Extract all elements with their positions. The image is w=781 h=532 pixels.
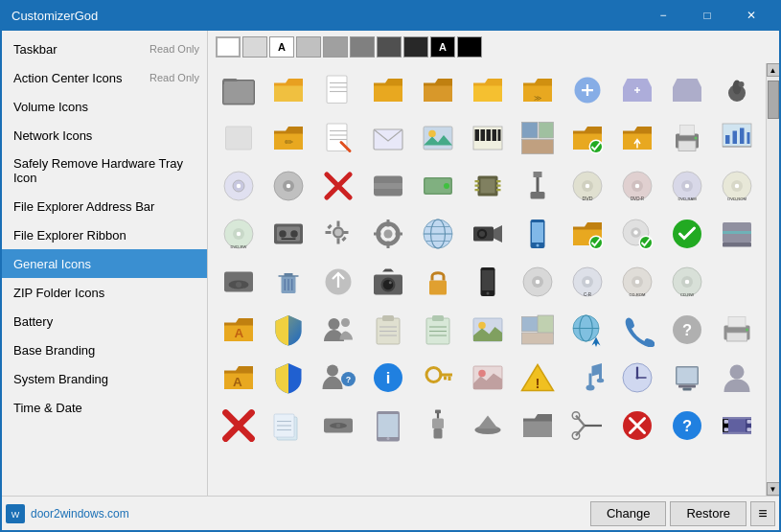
icon-cell[interactable]: C-R (564, 259, 610, 305)
icon-cell[interactable] (365, 307, 411, 353)
icon-cell[interactable] (465, 355, 511, 401)
icon-cell[interactable] (315, 403, 361, 449)
icon-cell[interactable]: DVD (564, 163, 610, 209)
icon-cell[interactable]: A (216, 307, 262, 353)
swatch-gray2[interactable] (323, 36, 348, 58)
restore-button[interactable]: Restore (670, 501, 747, 526)
icon-cell[interactable]: A (216, 355, 262, 401)
icon-cell[interactable]: DVD-ROM (714, 163, 760, 209)
icon-cell[interactable] (365, 259, 411, 305)
icon-cell[interactable] (265, 403, 311, 449)
sidebar-item-network[interactable]: Network Icons (2, 121, 207, 150)
icon-cell[interactable] (415, 67, 461, 113)
icon-cell[interactable] (216, 67, 262, 113)
icon-cell[interactable] (664, 67, 710, 113)
swatch-black[interactable] (457, 36, 482, 58)
icon-cell[interactable] (714, 211, 760, 257)
icon-cell[interactable] (415, 307, 461, 353)
icon-cell[interactable] (315, 163, 361, 209)
icon-cell[interactable] (265, 67, 311, 113)
icon-cell[interactable] (515, 163, 561, 209)
swatch-white-a[interactable]: A (269, 36, 294, 58)
sidebar-item-battery[interactable]: Battery (2, 307, 207, 335)
icon-cell[interactable] (365, 115, 411, 161)
sidebar-item-volume[interactable]: Volume Icons (2, 92, 207, 121)
swatch-gray3[interactable] (350, 36, 375, 58)
icon-cell[interactable] (515, 211, 561, 257)
sidebar-item-system-branding[interactable]: System Branding (2, 364, 207, 393)
icon-cell[interactable] (265, 307, 311, 353)
icon-cell[interactable] (515, 307, 561, 353)
scrollbar[interactable]: ▲ ▼ (766, 63, 779, 496)
icon-cell[interactable]: i (365, 355, 411, 401)
icon-cell[interactable] (714, 403, 760, 449)
icon-cell[interactable]: ≫ (515, 67, 561, 113)
icon-cell[interactable] (465, 115, 511, 161)
icon-cell[interactable] (564, 67, 610, 113)
scroll-thumb[interactable] (768, 81, 779, 119)
icon-cell[interactable] (415, 403, 461, 449)
icon-cell[interactable] (664, 115, 710, 161)
icon-cell[interactable] (614, 211, 660, 257)
icon-cell[interactable] (465, 403, 511, 449)
sidebar-item-zip-folder[interactable]: ZIP Folder Icons (2, 278, 207, 307)
icon-cell[interactable]: ! (515, 355, 561, 401)
icon-cell[interactable] (365, 211, 411, 257)
icon-cell[interactable] (265, 211, 311, 257)
sidebar-item-file-explorer-ribbon[interactable]: File Explorer Ribbon (2, 220, 207, 249)
icon-cell[interactable] (564, 115, 610, 161)
minimize-button[interactable]: − (641, 0, 685, 31)
icon-cell[interactable] (216, 115, 262, 161)
icon-cell[interactable] (714, 67, 760, 113)
icon-cell[interactable] (315, 307, 361, 353)
icon-cell[interactable] (465, 67, 511, 113)
icon-cell[interactable]: DVD-RW (216, 211, 262, 257)
icon-cell[interactable] (265, 163, 311, 209)
swatch-gray4[interactable] (377, 36, 402, 58)
sidebar-item-file-explorer-addr[interactable]: File Explorer Address Bar (2, 192, 207, 220)
icon-cell[interactable]: DVD-R (614, 163, 660, 209)
icon-cell[interactable] (714, 307, 760, 353)
icon-cell[interactable] (415, 355, 461, 401)
icon-cell[interactable] (515, 259, 561, 305)
icon-cell[interactable] (614, 355, 660, 401)
icon-cell[interactable]: ? (664, 307, 710, 353)
icon-cell[interactable] (315, 259, 361, 305)
icon-cell[interactable] (465, 307, 511, 353)
icon-cell[interactable]: ✏ (265, 115, 311, 161)
sidebar-item-general-icons[interactable]: General Icons (2, 249, 207, 278)
icon-cell[interactable] (216, 403, 262, 449)
icon-cell[interactable] (564, 307, 610, 353)
swatch-black-a[interactable]: A (430, 36, 455, 58)
icon-cell[interactable] (714, 355, 760, 401)
icon-cell[interactable] (365, 403, 411, 449)
icon-cell[interactable] (465, 211, 511, 257)
icon-cell[interactable] (614, 115, 660, 161)
icon-cell[interactable] (564, 355, 610, 401)
sidebar-item-action-center[interactable]: Action Center Icons Read Only (2, 63, 207, 92)
icon-cell[interactable]: CD-RW (664, 259, 710, 305)
sidebar-item-time-date[interactable]: Time & Date (2, 393, 207, 422)
swatch-white[interactable] (216, 36, 241, 58)
icon-cell[interactable] (614, 67, 660, 113)
icon-cell[interactable] (714, 115, 760, 161)
icon-cell[interactable] (415, 163, 461, 209)
swatch-dark[interactable] (403, 36, 428, 58)
icon-cell[interactable] (415, 211, 461, 257)
icon-cell[interactable] (365, 67, 411, 113)
icon-cell[interactable] (564, 403, 610, 449)
icon-cell[interactable] (265, 259, 311, 305)
icon-cell[interactable] (664, 355, 710, 401)
maximize-button[interactable]: □ (685, 0, 729, 31)
icon-cell[interactable]: ? (664, 403, 710, 449)
scroll-up-button[interactable]: ▲ (767, 63, 780, 77)
scroll-down-button[interactable]: ▼ (767, 482, 780, 496)
icon-cell[interactable] (216, 163, 262, 209)
icon-cell[interactable] (365, 163, 411, 209)
swatch-light-gray[interactable] (242, 36, 267, 58)
sidebar-item-base-branding[interactable]: Base Branding (2, 335, 207, 364)
icon-cell[interactable] (614, 403, 660, 449)
icon-cell[interactable]: CD-ROM (614, 259, 660, 305)
sidebar-item-taskbar[interactable]: Taskbar Read Only (2, 35, 207, 63)
icon-cell[interactable] (564, 211, 610, 257)
